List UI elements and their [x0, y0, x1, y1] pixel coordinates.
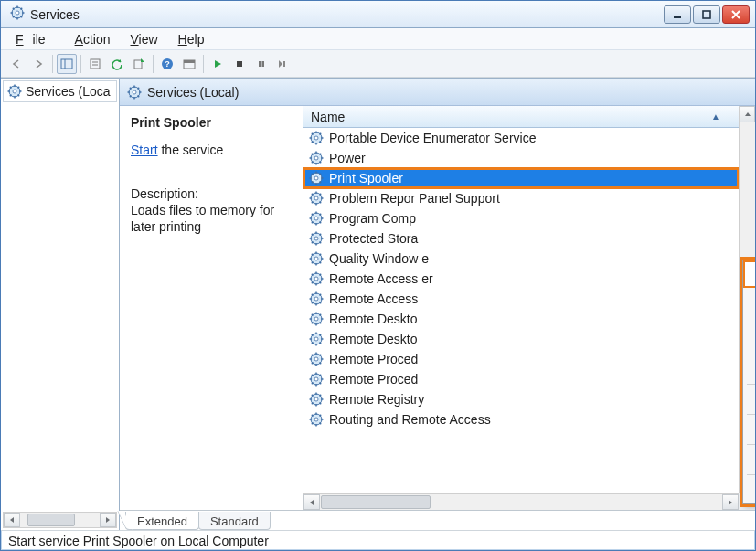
service-icon	[309, 171, 324, 185]
minimize-button[interactable]	[664, 5, 691, 24]
service-icon	[309, 131, 324, 145]
service-icon	[309, 211, 324, 226]
ctx-help[interactable]: Help	[745, 478, 755, 502]
service-name-label: Remote Deskto	[329, 312, 417, 326]
svg-text:?: ?	[165, 59, 170, 69]
list-horizontal-scrollbar[interactable]	[303, 493, 739, 510]
ctx-separator	[747, 414, 755, 415]
service-row[interactable]: Quality Window e	[303, 249, 739, 269]
description-label: Description:	[131, 186, 293, 201]
show-hide-action-pane-button[interactable]	[179, 54, 199, 74]
ctx-start[interactable]: Start	[745, 262, 755, 286]
menu-help[interactable]: Help	[169, 30, 214, 48]
start-service-suffix: the service	[158, 143, 224, 157]
service-row[interactable]: Remote Deskto	[303, 329, 739, 349]
tree-root-services-local[interactable]: Services (Loca	[3, 80, 117, 102]
service-row[interactable]: Remote Access er	[303, 269, 739, 289]
service-row[interactable]: Remote Proced	[303, 349, 739, 369]
service-name-label: Remote Deskto	[329, 332, 417, 346]
service-icon	[309, 372, 324, 387]
scroll-up-arrow-icon[interactable]	[740, 106, 755, 122]
tab-standard[interactable]: Standard	[198, 512, 271, 530]
svg-rect-21	[184, 60, 195, 63]
svg-rect-25	[283, 61, 285, 67]
detail-pane: Services (Local) Print Spooler Start the…	[120, 79, 755, 530]
main-area: Services (Loca Services (Local) Print Sp…	[1, 78, 755, 530]
service-row[interactable]: Problem Repor Panel Support	[303, 188, 739, 208]
ctx-separator	[747, 444, 755, 445]
svg-rect-23	[259, 61, 261, 67]
close-button[interactable]	[722, 5, 750, 24]
service-row[interactable]: Protected Stora	[303, 228, 739, 249]
service-row[interactable]: Remote Proced	[303, 369, 739, 389]
services-list-rows: Portable Device Enumerator ServicePowerP…	[303, 128, 739, 493]
status-bar: Start service Print Spooler on Local Com…	[1, 530, 755, 550]
service-name-label: Remote Access er	[329, 271, 433, 286]
pause-service-button[interactable]	[251, 54, 272, 74]
maximize-button[interactable]	[693, 5, 720, 24]
service-name-label: Remote Registry	[329, 392, 424, 407]
properties-button[interactable]	[85, 54, 105, 74]
scroll-right-arrow-icon[interactable]	[100, 513, 116, 527]
refresh-button[interactable]	[107, 54, 127, 74]
start-service-link[interactable]: Start	[131, 143, 158, 157]
service-row[interactable]: Remote Access	[303, 289, 739, 309]
service-row[interactable]: Remote Registry	[303, 389, 739, 409]
nav-back-button[interactable]	[6, 54, 27, 74]
ctx-separator	[747, 384, 755, 385]
menu-file[interactable]: File	[6, 30, 64, 48]
service-row[interactable]: Power	[303, 148, 739, 168]
scroll-left-arrow-icon[interactable]	[4, 513, 20, 527]
column-header-name[interactable]: Name ▲	[303, 106, 755, 128]
service-row[interactable]: Routing and Remote Access	[303, 409, 739, 429]
service-row[interactable]: Portable Device Enumerator Service	[303, 128, 739, 148]
nav-forward-button[interactable]	[28, 54, 48, 74]
service-icon	[309, 392, 324, 407]
console-tree-pane: Services (Loca	[1, 79, 120, 530]
service-icon	[309, 251, 324, 266]
menubar: File Action View Help	[1, 28, 755, 50]
ctx-properties[interactable]: Properties	[745, 448, 755, 472]
selected-service-name: Print Spooler	[131, 115, 293, 130]
service-row[interactable]: Remote Deskto	[303, 309, 739, 329]
toolbar-separator	[52, 55, 53, 73]
ctx-pause: Pause	[745, 310, 755, 334]
service-name-label: Remote Access	[329, 291, 418, 306]
svg-rect-24	[262, 61, 265, 67]
scroll-right-arrow-icon[interactable]	[722, 494, 739, 510]
svg-rect-12	[61, 59, 72, 69]
service-icon	[309, 151, 324, 165]
scrollbar-thumb[interactable]	[27, 514, 75, 526]
stop-service-button[interactable]	[229, 54, 250, 74]
ctx-refresh[interactable]: Refresh	[745, 418, 755, 441]
service-name-label: Problem Repor Panel Support	[329, 191, 500, 206]
svg-rect-14	[91, 59, 100, 69]
service-icon	[309, 191, 324, 206]
menu-action[interactable]: Action	[66, 30, 120, 48]
toolbar-separator	[80, 55, 81, 73]
restart-service-button[interactable]	[273, 54, 293, 74]
tree-horizontal-scrollbar[interactable]	[3, 512, 117, 528]
help-button[interactable]: ?	[157, 54, 177, 74]
titlebar: Services	[1, 1, 755, 28]
view-tabs: Extended Standard	[120, 510, 755, 530]
scrollbar-thumb[interactable]	[321, 495, 431, 509]
export-list-button[interactable]	[129, 54, 149, 74]
ctx-restart: Restart	[745, 357, 755, 381]
service-name-label: Protected Stora	[329, 231, 418, 246]
service-icon	[309, 312, 324, 326]
detail-header: Services (Local)	[120, 79, 755, 106]
scroll-left-arrow-icon[interactable]	[303, 494, 320, 510]
extended-info-column: Print Spooler Start the service Descript…	[120, 106, 303, 510]
tab-extended[interactable]: Extended	[125, 512, 199, 530]
services-app-icon	[10, 5, 25, 24]
service-name-label: Power	[329, 151, 366, 165]
service-row[interactable]: Program Comp	[303, 208, 739, 228]
start-service-button[interactable]	[208, 54, 228, 74]
svg-rect-22	[237, 61, 242, 67]
service-name-label: Routing and Remote Access	[329, 412, 491, 427]
menu-view[interactable]: View	[122, 30, 167, 48]
ctx-all-tasks[interactable]: All Tasks ▶	[745, 387, 755, 411]
service-row[interactable]: Print Spooler	[303, 168, 739, 188]
console-tree-toggle-button[interactable]	[57, 54, 77, 74]
